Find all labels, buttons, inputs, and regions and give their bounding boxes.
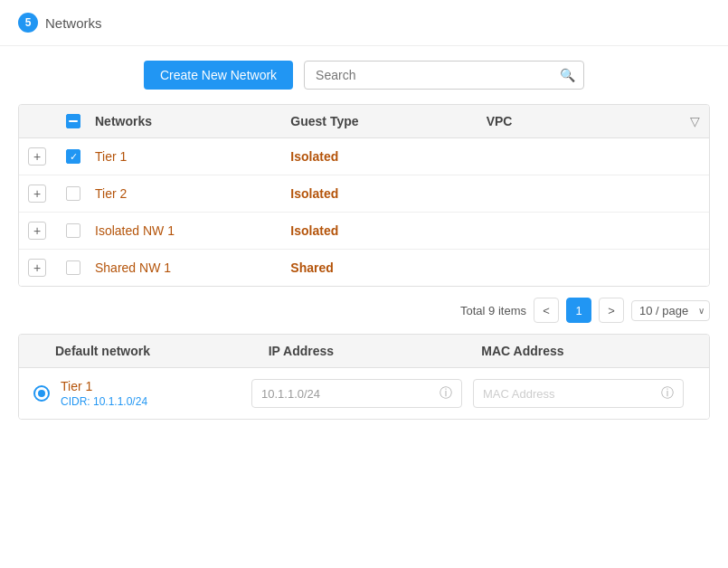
row-expand-2[interactable]: + (19, 185, 55, 203)
search-wrapper: 🔍 (304, 61, 584, 90)
row-checkbox-1[interactable] (66, 149, 80, 164)
row-check-4[interactable] (55, 260, 91, 275)
expand-button-4[interactable]: + (28, 259, 46, 277)
detail-header-row: Default network IP Address MAC Address (19, 335, 709, 368)
header-checkbox[interactable] (66, 114, 80, 128)
detail-panel: Default network IP Address MAC Address T… (18, 334, 710, 420)
page-header: 5 Networks (0, 0, 728, 46)
pagination-prev-button[interactable]: < (534, 298, 559, 323)
detail-col-ip-header: IP Address (269, 344, 482, 358)
row-name-4: Shared NW 1 (91, 260, 290, 275)
mac-address-input[interactable]: MAC Address ⓘ (473, 379, 684, 408)
detail-data-row: Tier 1 CIDR: 10.1.1.0/24 10.1.1.0/24 ⓘ M… (19, 368, 709, 419)
col-networks-header: Networks (91, 114, 290, 128)
row-checkbox-2[interactable] (66, 186, 80, 201)
row-check-1[interactable] (55, 149, 91, 164)
row-name-1: Tier 1 (91, 149, 290, 164)
detail-network-cidr: CIDR: 10.1.1.0/24 (61, 395, 251, 408)
ip-info-icon: ⓘ (440, 385, 452, 402)
row-name-3: Isolated NW 1 (91, 223, 290, 238)
table-row: + Shared NW 1 Shared (19, 250, 709, 286)
table-row: + Isolated NW 1 Isolated (19, 213, 709, 250)
table-header-row: Networks Guest Type VPC ▽ (19, 105, 709, 138)
expand-button-3[interactable]: + (28, 222, 46, 240)
page-container: 5 Networks Create New Network 🔍 Networks… (0, 0, 728, 568)
row-guest-2: Isolated (290, 186, 486, 201)
table-row: + Tier 1 Isolated (19, 138, 709, 175)
detail-radio-button[interactable] (33, 385, 50, 402)
row-check-3[interactable] (55, 223, 91, 238)
row-expand-1[interactable]: + (19, 147, 55, 166)
row-checkbox-4[interactable] (66, 260, 80, 275)
create-network-button[interactable]: Create New Network (144, 61, 293, 90)
filter-col-header[interactable]: ▽ (682, 114, 709, 128)
detail-col-default-header: Default network (33, 344, 269, 358)
row-guest-4: Shared (290, 260, 486, 275)
table-row: + Tier 2 Isolated (19, 175, 709, 213)
col-guest-header: Guest Type (290, 114, 486, 128)
row-expand-4[interactable]: + (19, 259, 55, 277)
detail-col-mac-header: MAC Address (481, 344, 695, 358)
col-vpc-header: VPC (487, 114, 682, 128)
search-input[interactable] (304, 61, 584, 90)
detail-network-name: Tier 1 (61, 379, 251, 393)
networks-table: Networks Guest Type VPC ▽ + Tier 1 Isola… (18, 104, 710, 287)
page-size-wrapper: 10 / page 20 / page 50 / page (631, 300, 710, 321)
row-guest-3: Isolated (290, 223, 486, 238)
mac-info-icon: ⓘ (661, 385, 674, 402)
ip-address-value: 10.1.1.0/24 (261, 387, 320, 401)
pagination-next-button[interactable]: > (599, 298, 624, 323)
pagination-page-1-button[interactable]: 1 (566, 298, 591, 323)
row-check-2[interactable] (55, 186, 91, 201)
pagination-row: Total 9 items < 1 > 10 / page 20 / page … (0, 287, 728, 334)
row-guest-1: Isolated (290, 149, 486, 164)
ip-address-input[interactable]: 10.1.1.0/24 ⓘ (251, 379, 462, 408)
filter-icon: ▽ (690, 114, 700, 128)
row-checkbox-3[interactable] (66, 223, 80, 238)
row-name-2: Tier 2 (91, 186, 290, 201)
detail-network-info: Tier 1 CIDR: 10.1.1.0/24 (61, 379, 251, 408)
expand-button-2[interactable]: + (28, 185, 46, 203)
expand-button-1[interactable]: + (28, 147, 46, 166)
page-title: Networks (45, 15, 102, 31)
check-col-header (55, 114, 91, 128)
row-expand-3[interactable]: + (19, 222, 55, 240)
pagination-total: Total 9 items (460, 304, 526, 317)
mac-address-placeholder: MAC Address (483, 387, 554, 401)
toolbar: Create New Network 🔍 (0, 46, 728, 104)
page-size-select[interactable]: 10 / page 20 / page 50 / page (631, 300, 710, 321)
nav-badge: 5 (18, 13, 38, 33)
search-icon: 🔍 (560, 68, 575, 82)
